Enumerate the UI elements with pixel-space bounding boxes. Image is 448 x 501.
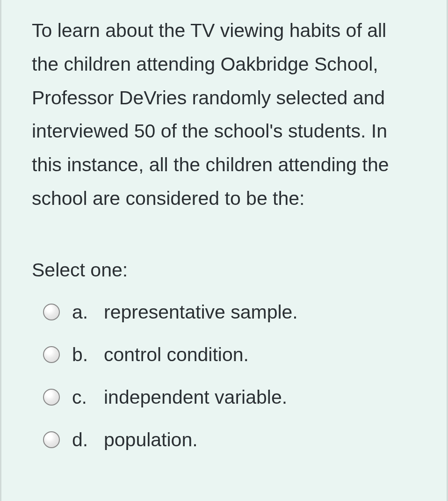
option-b-radio[interactable] — [43, 346, 60, 363]
option-a-text: representative sample. — [104, 301, 416, 323]
option-c-radio[interactable] — [43, 389, 60, 406]
question-stem: To learn about the TV viewing habits of … — [32, 14, 416, 216]
option-a-letter: a. — [72, 301, 104, 323]
option-d-text: population. — [104, 429, 416, 451]
question-container: To learn about the TV viewing habits of … — [1, 0, 447, 481]
option-b-letter: b. — [72, 344, 104, 366]
options-list: a. representative sample. b. control con… — [32, 301, 416, 451]
option-a-radio[interactable] — [43, 304, 60, 320]
option-d-letter: d. — [72, 429, 104, 451]
option-d-radio[interactable] — [43, 431, 60, 448]
option-a[interactable]: a. representative sample. — [43, 301, 416, 323]
option-c-text: independent variable. — [104, 386, 416, 408]
option-c[interactable]: c. independent variable. — [43, 386, 416, 408]
option-b-text: control condition. — [104, 344, 416, 366]
select-prompt: Select one: — [32, 258, 416, 283]
option-c-letter: c. — [72, 386, 104, 408]
option-d[interactable]: d. population. — [43, 429, 416, 451]
option-b[interactable]: b. control condition. — [43, 344, 416, 366]
